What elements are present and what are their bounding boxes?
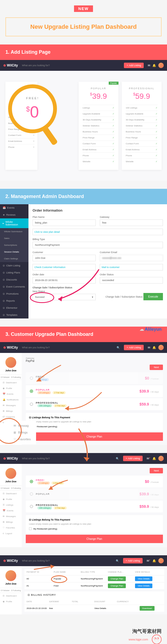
- view-plan-link[interactable]: Click to view plan detail: [33, 229, 163, 235]
- customer-input[interactable]: John Doe: [33, 255, 96, 261]
- customer-sidebar: John Doe 0 Follower0 Following ⊡ Dashboa…: [0, 566, 22, 614]
- sidebar-item[interactable]: ⊙ Reports: [0, 297, 28, 304]
- radio[interactable]: [30, 403, 33, 406]
- radio[interactable]: [30, 377, 33, 380]
- sidebar-item-reviews[interactable]: ★ Reviews: [0, 211, 28, 218]
- change-plan-button[interactable]: Change Plan: [108, 576, 126, 581]
- sidebar-sub[interactable]: Claim Settings: [0, 255, 28, 262]
- search-input[interactable]: What are you looking for?: [22, 346, 113, 349]
- bell-icon[interactable]: 🔔: [152, 64, 156, 67]
- radio[interactable]: [30, 390, 33, 393]
- avatar[interactable]: [158, 63, 164, 68]
- bell-icon[interactable]: 🔔: [152, 346, 156, 349]
- menu-item[interactable]: ◉ Profile: [0, 599, 22, 604]
- new-status-select[interactable]: Succeed▾: [33, 294, 96, 300]
- plan-card-popular[interactable]: Popular POPULAR $39.9 Listings✓ Upgrade …: [79, 82, 118, 170]
- change-plan-button[interactable]: Change Plan: [26, 432, 163, 441]
- avatar[interactable]: [158, 558, 164, 563]
- mail-icon[interactable]: ✉: [148, 346, 150, 349]
- sidebar-sub[interactable]: Session Details: [0, 248, 28, 255]
- sidebar-item-events[interactable]: 📅 Events: [0, 204, 28, 211]
- radio[interactable]: [30, 480, 33, 483]
- view-details-button[interactable]: View Details: [135, 584, 152, 588]
- avatar[interactable]: [5, 357, 16, 368]
- plan-card-pro[interactable]: PROFESSIONAL $59.9 100 Listings✓ Upgrade…: [122, 82, 162, 170]
- menu-item[interactable]: ☰ Listings: [0, 502, 22, 508]
- menu-messages[interactable]: ✉ Messages: [0, 403, 22, 408]
- sidebar-item[interactable]: ⊙ Event Comments: [0, 283, 28, 290]
- plan-row-free[interactable]: FREE!0 Listings $0 / Forever: [26, 372, 163, 384]
- radio[interactable]: [30, 505, 33, 508]
- menu-billings[interactable]: ⊞ Billings: [0, 408, 22, 414]
- menu-item[interactable]: ⎋ Logout: [0, 531, 22, 536]
- mail-icon[interactable]: ✉●: [147, 457, 150, 460]
- menu-notifications[interactable]: 🔔 Notifications: [0, 397, 22, 403]
- bell-icon[interactable]: 🔔: [152, 559, 156, 563]
- email-input[interactable]: xxxxxx@xxxx.xxx: [100, 255, 163, 261]
- menu-events[interactable]: 📅 Events: [0, 391, 22, 397]
- sidebar-sub[interactable]: Sales: [0, 235, 28, 242]
- menu-coupons[interactable]: 🏷 Coupons: [0, 414, 22, 420]
- add-listing-button[interactable]: + Add Listing: [123, 456, 143, 461]
- add-listing-button[interactable]: + Add Listing: [124, 63, 144, 68]
- plan-row-pro[interactable]: PROFESSIONAL100 Listing(s)2 Trial days $…: [26, 398, 163, 410]
- mail-customer-link[interactable]: Mail to customer: [100, 264, 163, 270]
- mail-icon[interactable]: ✉: [148, 64, 150, 67]
- sidebar-item[interactable]: ⊙ Claim Listing: [0, 262, 28, 269]
- sidebar-sub[interactable]: Subscriptions: [0, 242, 28, 248]
- next-button[interactable]: Next: [150, 468, 163, 473]
- search-input[interactable]: What are you looking for?: [22, 64, 120, 67]
- sidebar-item[interactable]: ⊙ Elementor: [0, 304, 28, 311]
- plan-row-pro[interactable]: PROFESSIONAL100 Listing(s)2 Trial days $…: [26, 500, 163, 512]
- sidebar-item-wiloke[interactable]: ▸ Wiloke Submission: [0, 218, 28, 228]
- change-plan-button[interactable]: Change Plan: [26, 535, 163, 543]
- menu-profile[interactable]: ◉ Profile: [0, 385, 22, 391]
- search-input[interactable]: What are you looking for?: [22, 457, 112, 460]
- avatar[interactable]: [5, 468, 16, 479]
- bell-icon[interactable]: 🔔: [152, 457, 156, 460]
- search-icon[interactable]: 🔍: [116, 559, 119, 562]
- avatar[interactable]: [5, 570, 16, 581]
- menu-item[interactable]: ♡ Favorites: [0, 525, 22, 531]
- sidebar-item[interactable]: ⊙ Promotions: [0, 290, 28, 297]
- sidebar-item[interactable]: ⊙ Listing Plans: [0, 269, 28, 276]
- gateway-input[interactable]: free: [100, 219, 163, 226]
- menu-item[interactable]: ✉ Messages: [0, 514, 22, 519]
- sidebar-sub[interactable]: Wiloke Submission: [0, 228, 28, 235]
- change-plan-button[interactable]: Change Plan: [108, 584, 126, 588]
- status-input[interactable]: succeeded: [100, 277, 163, 283]
- menu-item[interactable]: ⊡ Dashboard: [0, 491, 22, 496]
- add-listing-button[interactable]: + Add Listing: [123, 558, 143, 563]
- search-icon[interactable]: 🔍: [117, 346, 120, 349]
- billing-history-header: ⊡ BILLING HISTORY: [24, 591, 164, 598]
- search-icon[interactable]: 🔍: [116, 457, 119, 460]
- check-customer-link[interactable]: Check Customer Information: [33, 264, 96, 270]
- plan-name-input[interactable]: listing_plan: [33, 219, 96, 226]
- avatar[interactable]: [158, 345, 164, 350]
- date-input[interactable]: 2019-09-23 18:59:01: [33, 277, 96, 283]
- listing-item[interactable]: My Restaurant (pending): [29, 425, 160, 428]
- mail-icon[interactable]: ✉●: [147, 559, 150, 563]
- next-button[interactable]: Next: [150, 365, 163, 370]
- checkbox[interactable]: [29, 527, 32, 530]
- search-input[interactable]: What are you looking for?: [22, 559, 112, 562]
- sidebar-item[interactable]: ⊙ Templates: [0, 311, 28, 318]
- view-details-button[interactable]: View Details: [135, 576, 152, 581]
- menu-item[interactable]: ⊞ Billings: [0, 519, 22, 525]
- menu-dashboard[interactable]: ⊡ Dashboard: [0, 380, 22, 385]
- sidebar-item[interactable]: ⊙ Discounts: [0, 276, 28, 283]
- menu-item[interactable]: 📅 Events: [0, 508, 22, 514]
- menu-item[interactable]: ⊡ Dashboard: [0, 593, 22, 599]
- execute-button[interactable]: Execute: [143, 293, 163, 300]
- billing-input[interactable]: NonRecurringPayment: [33, 242, 163, 248]
- gateway-label: Gateway: [26, 357, 163, 359]
- avatar[interactable]: [158, 456, 164, 461]
- menu-item[interactable]: ◉ Profile: [0, 496, 22, 502]
- add-listing-button[interactable]: + Add Listing: [124, 345, 144, 350]
- download-button[interactable]: Download: [140, 606, 155, 611]
- plan-row-popular[interactable]: POPULAR $39.9 / 30 days: [26, 489, 163, 499]
- radio[interactable]: [30, 492, 33, 496]
- logo: ⊕ WilCity: [3, 346, 18, 349]
- plan-row-popular[interactable]: POPULAR10 Listing(s)2 Trial days $39.9 /…: [26, 385, 163, 397]
- plan-row-free[interactable]: FREE!1 Listing(s)1 trial days $0 / Forev…: [26, 476, 163, 487]
